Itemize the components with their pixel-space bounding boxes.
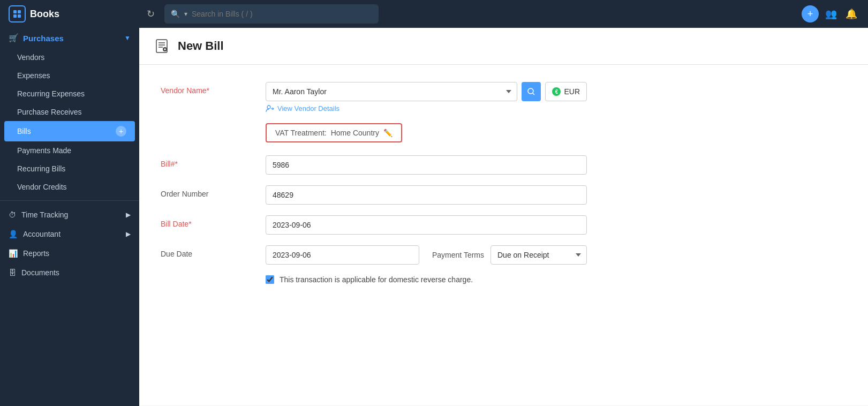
sidebar-purchases-section[interactable]: 🛒 Purchases ▼ bbox=[0, 28, 139, 48]
view-vendor-link-text: View Vendor Details bbox=[277, 104, 339, 112]
order-number-input[interactable] bbox=[266, 185, 587, 205]
vendor-control-wrap: Mr. Aaron Taylor € EUR bbox=[266, 82, 587, 112]
due-date-inner-row: Payment Terms Due on Receipt Net 15 Net … bbox=[266, 245, 587, 265]
sidebar-label-recurring-expenses: Recurring Expenses bbox=[17, 89, 85, 98]
documents-icon: 🗄 bbox=[9, 268, 16, 277]
sidebar-item-expenses[interactable]: Expenses bbox=[0, 66, 139, 85]
sidebar-section-label: Purchases bbox=[23, 34, 64, 43]
time-tracking-icon: ⏱ bbox=[9, 210, 16, 219]
svg-rect-3 bbox=[18, 14, 21, 18]
order-number-row: Order Number bbox=[161, 185, 847, 205]
arrow-icon-accountant: ▶ bbox=[126, 230, 131, 238]
accountant-icon: 👤 bbox=[9, 230, 18, 238]
bills-plus-icon[interactable]: + bbox=[116, 126, 126, 137]
search-vendor-button[interactable] bbox=[522, 82, 541, 101]
due-date-label: Due Date bbox=[161, 245, 257, 258]
content-area: New Bill Vendor Name* Mr. Aaron Taylor bbox=[139, 28, 868, 406]
sidebar: 🛒 Purchases ▼ Vendors Expenses Recurring… bbox=[0, 28, 139, 406]
sidebar-label-payments-made: Payments Made bbox=[17, 146, 71, 155]
sidebar-item-vendors[interactable]: Vendors bbox=[0, 48, 139, 66]
sidebar-label-recurring-bills: Recurring Bills bbox=[17, 164, 65, 173]
domestic-reverse-charge-checkbox[interactable] bbox=[266, 275, 274, 284]
due-date-row: Due Date Payment Terms Due on Receipt Ne… bbox=[161, 245, 847, 265]
search-divider: ▾ bbox=[184, 10, 187, 18]
purchases-icon: 🛒 bbox=[9, 33, 19, 43]
svg-rect-2 bbox=[13, 14, 17, 18]
page-header: New Bill bbox=[139, 28, 868, 65]
sidebar-item-recurring-expenses[interactable]: Recurring Expenses bbox=[0, 85, 139, 103]
sidebar-label-expenses: Expenses bbox=[17, 71, 50, 80]
main-layout: 🛒 Purchases ▼ Vendors Expenses Recurring… bbox=[0, 28, 868, 406]
bill-date-wrap bbox=[266, 215, 587, 235]
sidebar-label-accountant: Accountant bbox=[23, 230, 61, 238]
vat-value: Home Country bbox=[331, 129, 379, 137]
sidebar-item-payments-made[interactable]: Payments Made bbox=[0, 141, 139, 160]
bill-number-input[interactable] bbox=[266, 155, 587, 175]
payment-terms-select[interactable]: Due on Receipt Net 15 Net 30 Net 45 Net … bbox=[490, 245, 587, 265]
svg-point-11 bbox=[528, 88, 533, 94]
form-area: Vendor Name* Mr. Aaron Taylor bbox=[139, 65, 868, 405]
logo-area: Books bbox=[9, 5, 137, 22]
add-button[interactable]: + bbox=[802, 5, 819, 22]
currency-badge: € EUR bbox=[545, 82, 587, 101]
sidebar-label-documents: Documents bbox=[21, 268, 59, 277]
currency-label: EUR bbox=[564, 87, 580, 96]
currency-dot: € bbox=[552, 87, 561, 96]
arrow-icon: ▶ bbox=[126, 211, 131, 219]
bill-number-wrap bbox=[266, 155, 587, 175]
bill-date-label: Bill Date* bbox=[161, 215, 257, 228]
sidebar-label-bills: Bills bbox=[17, 127, 31, 136]
vendor-row: Mr. Aaron Taylor € EUR bbox=[266, 82, 587, 101]
sidebar-item-accountant[interactable]: 👤 Accountant ▶ bbox=[0, 224, 139, 244]
sidebar-item-purchase-receives[interactable]: Purchase Receives bbox=[0, 103, 139, 121]
due-date-wrap: Payment Terms Due on Receipt Net 15 Net … bbox=[266, 245, 587, 265]
sidebar-divider bbox=[0, 200, 139, 201]
vendor-select[interactable]: Mr. Aaron Taylor bbox=[266, 82, 517, 101]
view-vendor-link[interactable]: View Vendor Details bbox=[266, 104, 587, 112]
svg-line-12 bbox=[533, 93, 534, 95]
svg-point-13 bbox=[267, 106, 270, 109]
svg-rect-1 bbox=[18, 10, 21, 13]
page-title: New Bill bbox=[178, 39, 224, 53]
sidebar-item-vendor-credits[interactable]: Vendor Credits bbox=[0, 178, 139, 196]
sidebar-item-reports[interactable]: 📊 Reports bbox=[0, 244, 139, 263]
sidebar-label-vendors: Vendors bbox=[17, 53, 44, 62]
vendor-name-label: Vendor Name* bbox=[161, 82, 257, 95]
sidebar-label-purchase-receives: Purchase Receives bbox=[17, 108, 82, 116]
refresh-button[interactable]: ↻ bbox=[144, 5, 158, 23]
notifications-icon-button[interactable]: 🔔 bbox=[843, 6, 859, 22]
sidebar-label-time-tracking: Time Tracking bbox=[21, 210, 68, 219]
vat-edit-icon[interactable]: ✏️ bbox=[383, 129, 393, 137]
vat-treatment-box: VAT Treatment: Home Country ✏️ bbox=[266, 123, 402, 142]
search-container: 🔍 ▾ bbox=[164, 4, 379, 24]
bill-number-label: Bill#* bbox=[161, 155, 257, 168]
sidebar-item-time-tracking[interactable]: ⏱ Time Tracking ▶ bbox=[0, 205, 139, 224]
sidebar-label-vendor-credits: Vendor Credits bbox=[17, 183, 67, 191]
nav-right: + 👥 🔔 bbox=[802, 5, 859, 22]
order-number-label: Order Number bbox=[161, 185, 257, 198]
sidebar-item-documents[interactable]: 🗄 Documents bbox=[0, 263, 139, 282]
logo-icon bbox=[9, 5, 26, 22]
domestic-reverse-charge-label: This transaction is applicable for domes… bbox=[280, 275, 473, 284]
bill-date-input[interactable] bbox=[266, 215, 587, 235]
app-name: Books bbox=[30, 9, 59, 20]
reports-icon: 📊 bbox=[9, 249, 18, 258]
sidebar-item-bills[interactable]: Bills + bbox=[4, 121, 135, 141]
search-icon: 🔍 bbox=[171, 10, 180, 18]
new-bill-icon bbox=[152, 36, 171, 56]
chevron-down-icon: ▼ bbox=[124, 34, 131, 42]
payment-terms-wrap: Payment Terms Due on Receipt Net 15 Net … bbox=[432, 245, 587, 265]
vendor-name-row: Vendor Name* Mr. Aaron Taylor bbox=[161, 82, 847, 112]
contacts-icon-button[interactable]: 👥 bbox=[823, 6, 839, 22]
svg-rect-0 bbox=[13, 10, 17, 13]
bill-date-row: Bill Date* bbox=[161, 215, 847, 235]
bill-number-row: Bill#* bbox=[161, 155, 847, 175]
checkbox-row: This transaction is applicable for domes… bbox=[266, 275, 847, 284]
due-date-input-wrap bbox=[266, 245, 419, 265]
sidebar-item-recurring-bills[interactable]: Recurring Bills bbox=[0, 160, 139, 178]
due-date-input[interactable] bbox=[266, 245, 419, 265]
top-nav: Books ↻ 🔍 ▾ + 👥 🔔 bbox=[0, 0, 868, 28]
search-input[interactable] bbox=[192, 10, 372, 18]
order-number-wrap bbox=[266, 185, 587, 205]
sidebar-label-reports: Reports bbox=[23, 249, 49, 258]
